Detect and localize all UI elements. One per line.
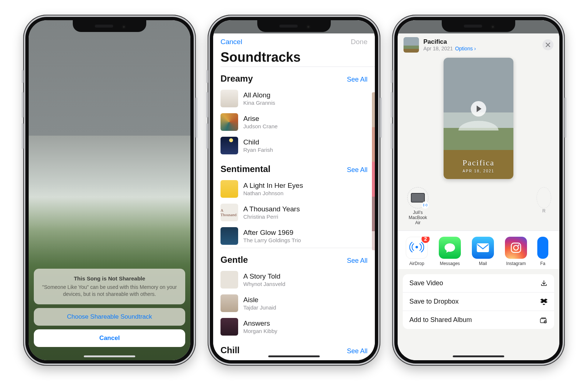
choose-soundtrack-button[interactable]: Choose Shareable Soundtrack [34,308,185,326]
cancel-button[interactable]: Cancel [220,38,242,46]
track-row[interactable]: Arise Judson Crane [213,110,375,134]
memory-preview[interactable]: Pacifica APR 18, 2021 [444,58,513,179]
track-row[interactable]: After Glow 1969 The Larry Goldings Trio [213,224,375,248]
soundtracks-scroll[interactable]: Dreamy See All All Along Kina Grannis Ar… [213,67,375,360]
action-sheet: This Song is Not Shareable "Someone Like… [34,269,185,351]
airdrop-target-partial[interactable]: R [537,187,551,214]
share-title: Pacifica [423,38,476,46]
alert-body: "Someone Like You" can be used with this… [41,284,178,298]
svg-point-0 [425,205,426,205]
instagram-icon [510,241,522,254]
svg-point-5 [518,244,519,246]
track-row[interactable]: Child Ryan Farish [213,134,375,157]
see-all-gentle[interactable]: See All [347,257,368,265]
svg-point-4 [514,246,519,250]
section-gentle-title: Gentle [220,255,248,265]
svg-point-8 [545,321,546,322]
app-airdrop[interactable]: 2 AirDrop [405,237,429,266]
macbook-icon [411,193,425,203]
phone-2: Cancel Done Soundtracks Dreamy See All A… [208,15,380,366]
preview-title: Pacifica [444,158,513,168]
svg-point-1 [416,246,418,248]
track-row[interactable]: Aisle Tajdar Junaid [213,291,375,315]
album-art-icon: A Thousand [220,204,238,221]
track-title: All Along [243,91,275,99]
album-art-icon [220,271,238,289]
album-art-icon [220,180,238,198]
preview-date: APR 18, 2021 [444,169,513,173]
track-row[interactable]: Answers Morgan Kibby [213,315,375,339]
dropbox-icon [540,298,548,305]
section-chill-title: Chill [220,345,240,355]
page-title: Soundtracks [213,50,375,67]
messages-icon [443,241,456,254]
options-button[interactable]: Options › [455,46,476,51]
svg-rect-2 [477,243,489,252]
mail-icon [476,243,490,253]
album-art-icon [220,294,238,312]
section-sentimental-title: Sentimental [220,164,270,174]
see-all-chill[interactable]: See All [347,347,368,355]
download-icon [540,280,548,287]
app-mail[interactable]: Mail [471,237,495,266]
track-row[interactable]: A Thousand A Thousand Years Christina Pe… [213,201,375,224]
app-instagram[interactable]: Instagram [504,237,528,266]
track-row[interactable]: A Light In Her Eyes Nathan Johnson [213,177,375,201]
share-date: Apr 18, 2021 [423,46,453,51]
track-row[interactable]: All Along Kina Grannis [213,87,375,110]
action-add-shared-album[interactable]: Add to Shared Album [403,311,554,329]
action-save-video[interactable]: Save Video [403,274,554,293]
phone-3: Pacifica Apr 18, 2021 Options › [392,15,565,366]
see-all-sentimental[interactable]: See All [347,166,368,174]
album-art-icon [220,113,238,131]
album-art-icon [220,227,238,245]
album-art-icon [220,318,238,336]
section-dreamy-title: Dreamy [220,74,253,84]
app-more[interactable]: Fa [537,237,548,266]
share-thumbnail-icon [404,37,419,53]
badge: 2 [422,237,430,243]
airdrop-mini-icon [422,201,429,209]
cancel-button[interactable]: Cancel [34,329,185,347]
see-all-dreamy[interactable]: See All [347,76,368,83]
svg-rect-3 [511,243,521,253]
done-button[interactable]: Done [351,38,368,46]
airdrop-target[interactable]: Juli's MacBook Air [406,187,430,225]
app-messages[interactable]: Messages [438,237,462,266]
track-row[interactable]: A Story Told Whynot Jansveld [213,268,375,291]
phone-1: This Song is Not Shareable "Someone Like… [23,15,196,366]
action-save-dropbox[interactable]: Save to Dropbox [403,293,554,311]
shared-album-icon [539,317,548,323]
alert-title: This Song is Not Shareable [41,275,178,282]
airdrop-icon [409,240,424,255]
album-art-icon [220,90,238,107]
close-button[interactable] [542,39,553,50]
play-icon[interactable] [471,101,486,117]
track-artist: Kina Grannis [243,100,275,106]
album-art-icon [220,137,238,154]
